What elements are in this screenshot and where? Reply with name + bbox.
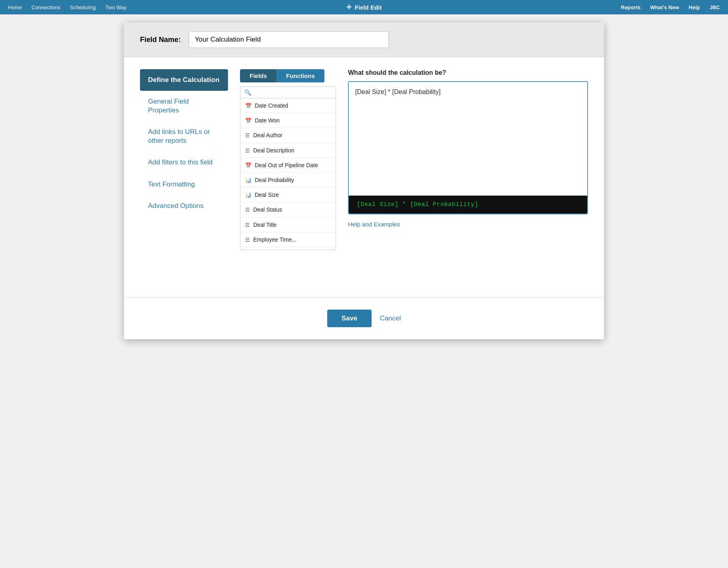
field-item-deal-probability[interactable]: 📊 Deal Probability [240, 173, 336, 188]
field-name-section: Field Name: [124, 22, 604, 57]
nav-links: Home Connections Scheduling Two Way [0, 4, 126, 10]
nav-text-formatting[interactable]: Text Formatting [140, 174, 228, 195]
tab-functions[interactable]: Functions [276, 69, 324, 82]
help-link[interactable]: Help and Examples [348, 221, 588, 228]
list-icon: ☰ [245, 222, 250, 228]
calc-preview: [Deal Size] * [Deal Probability] [349, 196, 587, 214]
footer-actions: Save Cancel [124, 298, 604, 339]
list-icon: ☰ [245, 148, 250, 154]
nav-title-text: Field Edit [355, 4, 382, 11]
nav-reports[interactable]: Reports [621, 4, 640, 10]
field-item-deal-size[interactable]: 📊 Deal Size [240, 188, 336, 202]
field-name-label: Field Name: [140, 36, 181, 44]
field-item-date-created[interactable]: 📅 Date Created [240, 98, 336, 113]
nav-twoway[interactable]: Two Way [105, 4, 126, 10]
calendar-icon: 📅 [245, 103, 252, 109]
field-item-label: Deal Probability [255, 176, 294, 184]
field-item-label: Deal Out of Pipeline Date [255, 162, 318, 169]
field-name-input[interactable] [189, 31, 389, 48]
fields-panel: Fields Functions 🔍 📅 Date Created 📅 Date… [240, 69, 336, 285]
nav-user[interactable]: JBC [710, 4, 720, 10]
field-item-label: Employee Time... [253, 236, 296, 243]
field-item-deal-title[interactable]: ☰ Deal Title [240, 218, 336, 232]
search-icon: 🔍 [244, 89, 251, 96]
left-nav: Define the Calculation General Field Pro… [140, 69, 228, 285]
calc-label: What should the calculation be? [348, 69, 588, 76]
search-row: 🔍 [240, 86, 336, 98]
tab-fields[interactable]: Fields [240, 69, 276, 82]
move-icon: ✛ [346, 4, 352, 11]
calc-panel: What should the calculation be? [Deal Si… [348, 69, 588, 285]
nav-scheduling[interactable]: Scheduling [70, 4, 96, 10]
field-item-label: Deal Title [253, 221, 276, 228]
field-item-label: Deal Status [253, 206, 282, 213]
field-item-deal-status[interactable]: ☰ Deal Status [240, 202, 336, 217]
calendar-icon: 📅 [245, 162, 252, 168]
list-icon: ☰ [245, 237, 250, 243]
nav-home[interactable]: Home [8, 4, 22, 10]
field-item-label: Date Created [255, 102, 288, 109]
field-item-deal-author[interactable]: ☰ Deal Author [240, 128, 336, 143]
nav-define-calculation[interactable]: Define the Calculation [140, 69, 228, 91]
cancel-button[interactable]: Cancel [380, 314, 401, 322]
calendar-icon: 📅 [245, 118, 252, 124]
modal-title: ✛ Field Edit [346, 4, 382, 11]
nav-add-filters[interactable]: Add filters to this field [140, 152, 228, 173]
top-nav-bar: Home Connections Scheduling Two Way ✛ Fi… [0, 0, 728, 14]
save-button[interactable]: Save [327, 310, 372, 327]
field-item-label: Deal Size [255, 191, 279, 198]
bar-chart-icon: 📊 [245, 192, 252, 198]
list-icon: ☰ [245, 132, 250, 138]
main-content: Define the Calculation General Field Pro… [124, 57, 604, 297]
nav-connections[interactable]: Connections [32, 4, 60, 10]
field-item-employee-time[interactable]: ☰ Employee Time... [240, 232, 336, 247]
nav-advanced-options[interactable]: Advanced Options [140, 195, 228, 217]
calc-textarea[interactable]: [Deal Size] * [Deal Probability] [349, 82, 587, 194]
fields-list: 📅 Date Created 📅 Date Won ☰ Deal Author … [240, 98, 336, 250]
field-item-label: Date Won [255, 117, 280, 124]
field-item-label: Deal Author [253, 132, 282, 139]
field-item-deal-description[interactable]: ☰ Deal Description [240, 143, 336, 158]
nav-whats-new[interactable]: What's New [650, 4, 679, 10]
nav-add-links[interactable]: Add links to URLs or other reports [140, 121, 228, 152]
tabs-row: Fields Functions [240, 69, 336, 82]
field-item-deal-out-of-pipeline-date[interactable]: 📅 Deal Out of Pipeline Date [240, 158, 336, 173]
modal-container: Field Name: Define the Calculation Gener… [124, 22, 604, 339]
field-item-label: Deal Description [253, 147, 294, 154]
search-input[interactable] [254, 89, 332, 96]
field-item-date-won[interactable]: 📅 Date Won [240, 113, 336, 128]
nav-help[interactable]: Help [689, 4, 700, 10]
bar-chart-icon: 📊 [245, 177, 252, 183]
nav-general-field-properties[interactable]: General Field Properties [140, 91, 228, 121]
calc-textarea-wrapper: [Deal Size] * [Deal Probability] [Deal S… [348, 81, 588, 214]
list-icon: ☰ [245, 207, 250, 213]
nav-right-links: Reports What's New Help JBC [621, 4, 720, 10]
